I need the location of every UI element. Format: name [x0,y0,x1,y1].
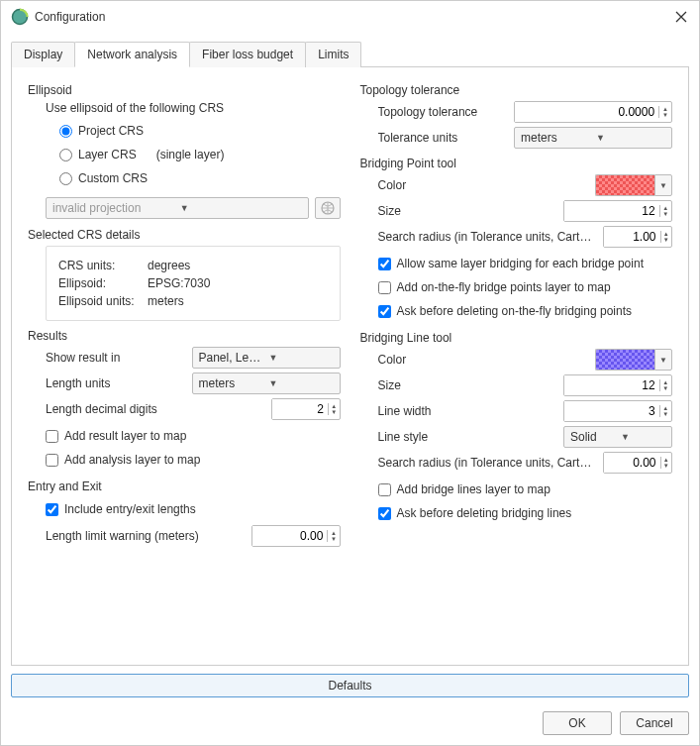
defaults-button[interactable]: Defaults [11,674,689,697]
tab-bar: Display Network analysis Fiber loss budg… [11,41,689,66]
bridge-line-size-spin[interactable]: ▲▼ [563,374,672,396]
chevron-down-icon[interactable]: ▼ [328,536,339,542]
chevron-down-icon[interactable]: ▼ [660,211,671,217]
projection-combo[interactable]: invalid projection▼ [46,197,309,219]
add-fly-points-check[interactable]: Add on-the-fly bridge points layer to ma… [378,275,673,299]
radio-custom-crs[interactable]: Custom CRS [59,166,341,190]
bridge-line-radius-spin[interactable]: ▲▼ [603,452,672,474]
radio-layer-crs[interactable]: Layer CRS(single layer) [59,143,341,166]
cancel-button[interactable]: Cancel [620,711,689,735]
crs-picker-button[interactable] [315,197,341,219]
chevron-down-icon[interactable]: ▼ [660,411,671,417]
tabpanel-network-analysis: Ellipsoid Use ellipsoid of the following… [11,66,689,666]
chevron-down-icon: ▼ [596,133,667,143]
add-bridge-lines-check[interactable]: Add bridge lines layer to map [378,478,673,501]
close-button[interactable] [673,9,689,25]
include-entry-exit-check[interactable]: Include entry/exit lengths [46,497,341,521]
chevron-down-icon[interactable]: ▼ [661,237,672,243]
tab-limits[interactable]: Limits [305,42,361,67]
chevron-down-icon: ▼ [621,432,667,442]
bridge-line-style-combo[interactable]: Solid▼ [563,426,672,448]
crs-details-title: Selected CRS details [28,228,341,242]
tab-display[interactable]: Display [11,42,75,67]
add-analysis-layer-check[interactable]: Add analysis layer to map [46,448,341,472]
bridge-point-radius-spin[interactable]: ▲▼ [603,226,672,248]
topology-title: Topology tolerance [360,83,673,97]
ok-button[interactable]: OK [543,711,612,735]
tolerance-units-combo[interactable]: meters▼ [514,127,672,149]
use-ellipsoid-label: Use ellipsoid of the following CRS [46,101,341,115]
chevron-down-icon[interactable]: ▼ [660,385,671,391]
bridging-point-title: Bridging Point tool [360,157,673,170]
allow-same-layer-check[interactable]: Allow same layer bridging for each bridg… [378,252,673,275]
chevron-down-icon: ▼ [180,203,304,213]
app-logo-icon [11,8,29,26]
close-icon [675,11,687,23]
bridge-line-width-spin[interactable]: ▲▼ [563,400,672,422]
radio-project-crs[interactable]: Project CRS [59,119,341,143]
chevron-down-icon[interactable]: ▼ [659,112,671,118]
bridge-point-color[interactable]: ▼ [595,174,672,196]
length-units-combo[interactable]: meters▼ [192,373,341,394]
tab-network-analysis[interactable]: Network analysis [74,42,190,67]
chevron-down-icon: ▼ [654,174,672,196]
chevron-down-icon: ▼ [654,349,672,371]
entry-exit-title: Entry and Exit [28,480,341,493]
bridge-point-size-spin[interactable]: ▲▼ [563,200,672,222]
chevron-down-icon[interactable]: ▼ [661,463,672,469]
bridge-line-color[interactable]: ▼ [595,349,672,371]
globe-icon [320,200,336,216]
ask-delete-points-check[interactable]: Ask before deleting on-the-fly bridging … [378,299,673,323]
bridging-line-title: Bridging Line tool [360,331,673,345]
results-title: Results [28,329,341,343]
topology-tolerance-spin[interactable]: ▲▼ [514,101,672,123]
show-result-combo[interactable]: Panel, Length and loss▼ [192,347,341,369]
chevron-down-icon: ▼ [269,378,336,388]
chevron-down-icon[interactable]: ▼ [329,409,340,415]
window-title: Configuration [35,10,673,24]
tab-fiber-loss-budget[interactable]: Fiber loss budget [189,42,306,67]
ask-delete-lines-check[interactable]: Ask before deleting bridging lines [378,501,673,525]
ellipsoid-title: Ellipsoid [28,83,341,97]
add-result-layer-check[interactable]: Add result layer to map [46,424,341,448]
chevron-down-icon: ▼ [269,353,336,363]
crs-details-box: CRS units:degrees Ellipsoid:EPSG:7030 El… [46,246,341,321]
decimal-digits-spin[interactable]: ▲▼ [271,398,341,420]
length-limit-spin[interactable]: ▲▼ [251,525,341,547]
